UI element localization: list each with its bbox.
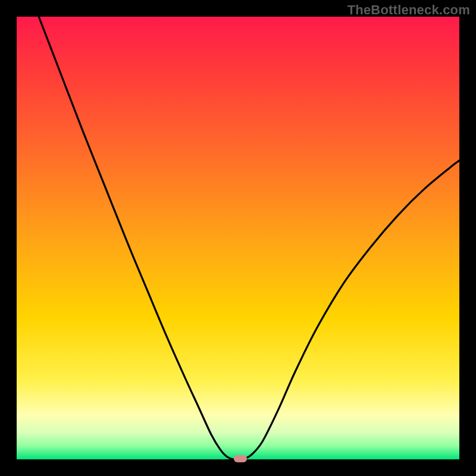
watermark-text: TheBottleneck.com [347, 2, 470, 18]
minimum-marker [234, 455, 247, 462]
plot-area [17, 17, 459, 459]
curve-svg [17, 17, 459, 459]
chart-frame: TheBottleneck.com [0, 0, 476, 476]
bottleneck-curve [39, 17, 459, 459]
